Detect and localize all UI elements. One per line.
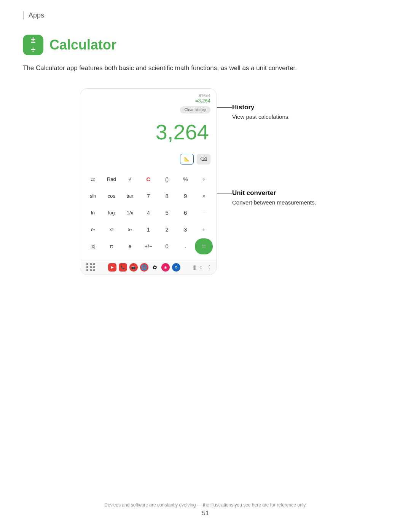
clear-history-button[interactable]: Clear history [180,106,210,113]
dock-app-settings[interactable]: ⚙ [172,263,180,272]
key-add[interactable]: + [195,222,213,238]
dock-apps: ▶ 📞 📷 🌐 ✿ ◉ ⚙ [108,263,180,272]
keypad-row-5: |x| π e +/− 0 . = [84,238,213,254]
page-header: Apps [23,11,388,19]
calculator-app-icon: ±÷ [23,35,43,55]
unit-converter-button[interactable]: 📐 [180,154,194,165]
keypad-row-4: ex x2 xy 1 2 3 + [84,222,213,238]
unit-converter-annotation-desc: Convert between measurements. [232,198,331,206]
main-content: 816×4 =3,264 Clear history 3,264 📐 ⌫ [23,88,388,275]
history-expression: 816×4 [86,93,210,98]
phone-mockup: 816×4 =3,264 Clear history 3,264 📐 ⌫ [80,88,217,275]
key-subtract[interactable]: − [195,205,213,221]
phone-nav-bar: ▶ 📞 📷 🌐 ✿ ◉ ⚙ ||| ○ 〈 [80,260,217,275]
apps-grid-icon[interactable] [86,263,96,271]
key-1[interactable]: 1 [140,222,158,238]
key-sin[interactable]: sin [84,188,102,204]
footer-disclaimer: Devices and software are constantly evol… [0,502,411,508]
key-negate[interactable]: +/− [140,238,158,254]
key-switch[interactable]: ⇄ [84,171,102,187]
dock-app-phone[interactable]: 📞 [119,263,127,272]
app-title-row: ±÷ Calculator [23,35,388,55]
key-log[interactable]: log [103,205,121,221]
key-decimal[interactable]: . [177,238,194,254]
backspace-icon: ⌫ [200,156,207,162]
key-divide[interactable]: ÷ [195,171,213,187]
dock-app-flower[interactable]: ✿ [151,263,159,272]
history-annotation-line [217,107,232,108]
key-5[interactable]: 5 [158,205,176,221]
section-label: Apps [29,11,44,19]
nav-recents-icon[interactable]: ||| [193,264,196,270]
key-parens[interactable]: () [158,171,176,187]
key-8[interactable]: 8 [158,188,176,204]
key-6[interactable]: 6 [177,205,194,221]
page-number: 51 [0,510,411,517]
key-square[interactable]: x2 [103,222,121,238]
nav-home-icon[interactable]: ○ [199,264,202,270]
key-3[interactable]: 3 [177,222,194,238]
dock-app-camera[interactable]: 📷 [129,263,138,272]
nav-controls: ||| ○ 〈 [193,264,210,271]
ruler-icon: 📐 [184,157,190,161]
key-reciprocal[interactable]: 1/x [121,205,139,221]
calculator-screen: 816×4 =3,264 Clear history 3,264 📐 ⌫ [80,89,217,275]
keypad-row-3: ln log 1/x 4 5 6 − [84,205,213,221]
key-exp[interactable]: ex [84,222,102,238]
dock-app-instagram[interactable]: ◉ [161,263,170,272]
app-icon-symbol: ±÷ [31,35,35,55]
nav-back-icon[interactable]: 〈 [206,264,210,271]
backspace-button[interactable]: ⌫ [197,154,210,165]
keypad-row-2: sin cos tan 7 8 9 × [84,188,213,204]
key-sqrt[interactable]: √ [121,171,139,187]
unit-converter-annotation-line [217,193,232,193]
key-power[interactable]: xy [121,222,139,238]
calculator-keypad: ⇄ Rad √ C () % ÷ sin cos tan 7 8 9 × [80,168,217,260]
key-euler[interactable]: e [121,238,139,254]
history-annotation-desc: View past calculations. [232,113,331,121]
key-0[interactable]: 0 [158,238,176,254]
key-equals[interactable]: = [195,238,213,254]
history-annotation-title: History [232,104,331,111]
unit-converter-annotation-title: Unit converter [232,189,331,197]
unit-converter-annotation: Unit converter Convert between measureme… [232,189,331,206]
history-area: 816×4 =3,264 Clear history [80,89,217,117]
key-2[interactable]: 2 [158,222,176,238]
key-cos[interactable]: cos [103,188,121,204]
page-footer: Devices and software are constantly evol… [0,502,411,517]
unit-converter-row: 📐 ⌫ [80,152,217,168]
key-9[interactable]: 9 [177,188,194,204]
app-title: Calculator [49,37,116,53]
key-7[interactable]: 7 [140,188,158,204]
key-multiply[interactable]: × [195,188,213,204]
key-4[interactable]: 4 [140,205,158,221]
key-abs[interactable]: |x| [84,238,102,254]
key-tan[interactable]: tan [121,188,139,204]
key-pi[interactable]: π [103,238,121,254]
key-clear[interactable]: C [140,171,158,187]
key-ln[interactable]: ln [84,205,102,221]
history-annotation: History View past calculations. [232,104,331,121]
main-display-area: 3,264 [80,117,217,152]
annotations-panel: History View past calculations. Unit con… [232,88,331,229]
app-description: The Calculator app features both basic a… [23,63,358,73]
dock-app-chrome[interactable]: 🌐 [140,263,148,272]
dock-app-youtube[interactable]: ▶ [108,263,116,272]
history-result: =3,264 [86,98,210,104]
main-display-number: 3,264 [88,120,209,144]
keypad-row-1: ⇄ Rad √ C () % ÷ [84,171,213,187]
key-percent[interactable]: % [177,171,194,187]
key-rad[interactable]: Rad [103,171,121,187]
